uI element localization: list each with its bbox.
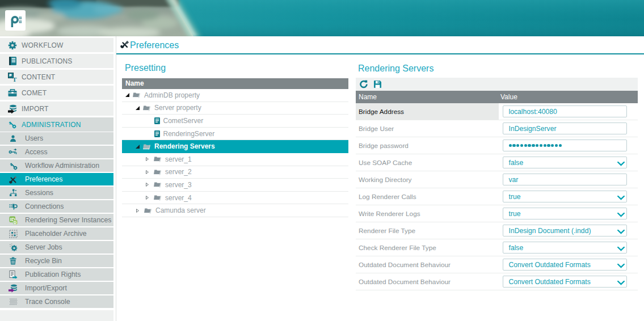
svg-text:D: D bbox=[14, 220, 16, 224]
svg-text:T: T bbox=[12, 75, 17, 82]
